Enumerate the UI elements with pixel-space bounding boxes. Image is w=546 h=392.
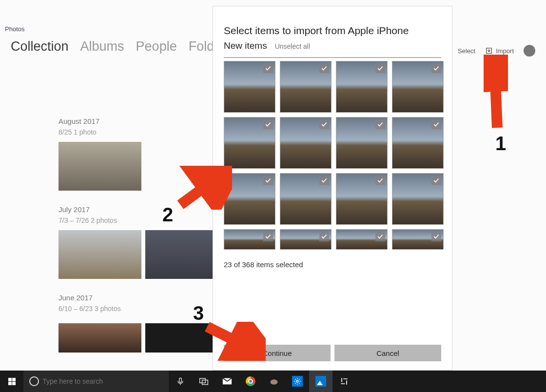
check-icon — [319, 232, 329, 241]
photo-thumb[interactable] — [58, 323, 141, 353]
divider — [224, 57, 441, 58]
annotation-arrow-1 — [484, 55, 508, 133]
windows-icon — [8, 378, 16, 385]
annotation-number-2: 2 — [162, 204, 173, 226]
import-item[interactable] — [280, 117, 332, 169]
svg-line-5 — [207, 327, 258, 352]
check-icon — [263, 176, 273, 185]
import-item[interactable] — [336, 173, 388, 225]
check-icon — [319, 119, 329, 129]
check-icon — [375, 119, 385, 129]
select-button[interactable]: Select — [458, 47, 475, 55]
taskbar-app-chrome[interactable] — [239, 371, 262, 392]
chrome-icon — [246, 376, 255, 386]
check-icon — [431, 63, 441, 73]
check-icon — [319, 176, 329, 185]
annotation-number-3: 3 — [193, 302, 204, 324]
taskbar — [0, 371, 546, 392]
import-icon — [485, 47, 493, 55]
tab-albums[interactable]: Albums — [80, 39, 124, 54]
annotation-arrow-3 — [202, 322, 266, 361]
mic-button[interactable] — [169, 371, 192, 392]
tab-collection[interactable]: Collection — [11, 39, 69, 54]
import-item[interactable] — [336, 117, 388, 169]
import-item[interactable] — [280, 173, 332, 225]
import-item[interactable] — [224, 229, 275, 250]
svg-line-1 — [494, 59, 497, 128]
svg-rect-6 — [179, 378, 182, 382]
import-item[interactable] — [336, 61, 388, 113]
check-icon — [375, 176, 385, 185]
cortana-icon — [25, 371, 42, 392]
check-icon — [263, 63, 273, 73]
check-icon — [319, 63, 329, 73]
svg-point-10 — [296, 380, 298, 382]
start-button[interactable] — [0, 371, 23, 392]
svg-rect-8 — [202, 380, 208, 385]
svg-rect-7 — [200, 378, 206, 383]
select-label: Select — [458, 47, 475, 55]
check-icon — [431, 176, 441, 185]
photo-thumb[interactable] — [58, 230, 141, 279]
import-item[interactable] — [280, 229, 332, 250]
import-item[interactable] — [280, 61, 332, 113]
import-item[interactable] — [392, 229, 444, 250]
taskbar-app-slack[interactable] — [332, 371, 356, 392]
photos-icon — [315, 376, 326, 387]
gear-icon — [292, 376, 303, 387]
check-icon — [375, 232, 385, 241]
selection-status: 23 of 368 items selected — [224, 260, 441, 269]
import-button[interactable]: Import — [485, 47, 514, 55]
taskbar-app-settings[interactable] — [286, 371, 309, 392]
app-title: Photos — [5, 25, 24, 33]
check-icon — [263, 232, 273, 241]
dialog-title: Select items to import from Apple iPhone — [224, 25, 441, 37]
taskbar-app-photos[interactable] — [309, 371, 332, 392]
import-grid — [224, 61, 441, 250]
check-icon — [431, 232, 441, 241]
task-view-button[interactable] — [192, 371, 215, 392]
svg-point-9 — [271, 379, 278, 385]
taskbar-app-gimp[interactable] — [262, 371, 286, 392]
import-item[interactable] — [224, 117, 275, 169]
import-label: Import — [496, 47, 514, 55]
taskbar-app-mail[interactable] — [215, 371, 239, 392]
cancel-button[interactable]: Cancel — [334, 345, 441, 361]
taskbar-search[interactable] — [23, 371, 169, 392]
svg-line-3 — [180, 173, 224, 205]
photo-thumb[interactable] — [58, 142, 141, 191]
annotation-arrow-2 — [174, 166, 232, 210]
import-item[interactable] — [224, 61, 275, 113]
import-item[interactable] — [392, 61, 444, 113]
import-item[interactable] — [392, 173, 444, 225]
unselect-all-link[interactable]: Unselect all — [275, 42, 310, 50]
tab-people[interactable]: People — [136, 39, 177, 54]
taskbar-search-input[interactable] — [42, 377, 169, 385]
check-icon — [375, 63, 385, 73]
import-item[interactable] — [392, 117, 444, 169]
user-avatar[interactable] — [524, 45, 535, 57]
new-items-label: New items — [224, 40, 267, 51]
check-icon — [263, 119, 273, 129]
import-dialog: Select items to import from Apple iPhone… — [213, 6, 452, 371]
import-item[interactable] — [336, 229, 388, 250]
check-icon — [431, 119, 441, 129]
main-tabs: Collection Albums People Folders — [11, 39, 233, 54]
annotation-number-1: 1 — [495, 133, 506, 155]
